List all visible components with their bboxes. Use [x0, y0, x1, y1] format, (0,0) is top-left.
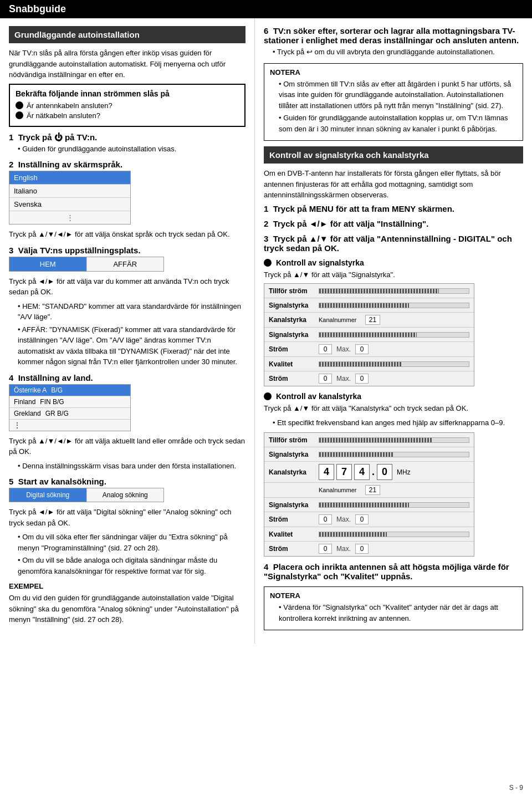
panel2-strom1: Ström 0 Max. 0: [264, 512, 474, 527]
step-4-after: Tryck på ▲/▼/◄/► för att välja aktuellt …: [9, 436, 245, 457]
signal-row-tillfor: Tillför ström: [264, 284, 474, 298]
note-text-2: Värdena för "Signalstyrka" och "Kvalitet…: [279, 602, 517, 624]
panel2-kanalnr: Kanalnummer 21: [264, 483, 474, 498]
signal-bar-2: [319, 332, 469, 338]
step-2: 2 Inställning av skärmspråk. English Ita…: [9, 160, 245, 240]
note-item-0: Om strömmen till TV:n slås av efter att …: [279, 79, 517, 111]
signal-row-kanalstyrka: Kanalstyrka Kanalnummer 21: [264, 313, 474, 328]
step-5-bullet-1: Om du vill se både analoga och digitala …: [18, 555, 245, 576]
signal-quality-text: Tryck på ▲/▼ för att välja "Kanalstyrka"…: [264, 403, 523, 414]
scan-item-digital[interactable]: Digital sökning: [9, 488, 87, 502]
page-number: S - 9: [509, 784, 523, 792]
page-title: Snabbguide: [0, 0, 532, 18]
location-menu: HEM AFFÄR: [9, 257, 164, 272]
panel2-signalstyrka: Signalstyrka: [264, 447, 474, 462]
signal-row-signalstyrka2: Signalstyrka: [264, 328, 474, 342]
note-box-2: NOTERA Värdena för "Signalstyrka" och "K…: [264, 586, 523, 630]
example-text: Om du vid den guiden för grundläggande a…: [9, 593, 245, 625]
left-column: Grundläggande autoinstallation När TV:n …: [0, 18, 255, 644]
country-item-dots: ⋮: [9, 420, 130, 431]
signal-quality-bullet-text: Ett specifikt frekvensband kan anges med…: [273, 417, 523, 428]
confirm-title: Bekräfta följande innan strömmen slås på: [16, 89, 239, 98]
note-item-1: Guiden för grundläggande autoinstallatio…: [279, 113, 517, 134]
step-4: 4 Inställning av land. Österrike A B/G F…: [9, 373, 245, 472]
step-3-after: Tryck på ◄/► för att välja var du kommer…: [9, 276, 245, 298]
step-6: 6 TV:n söker efter, sorterar och lagrar …: [264, 26, 523, 58]
panel2-signalstyrka2: Signalstyrka: [264, 498, 474, 512]
signal-bar: [319, 303, 469, 308]
signal-intro: Om en DVB-T-antenn har installerats för …: [264, 168, 523, 201]
signal-panel-2: Tillför ström Signalstyrka: [264, 432, 474, 557]
signal-section-header: Kontroll av signalstyrka och kanalstyrka: [264, 146, 523, 164]
signal-quality-section: Kontroll av kanalstyrka: [264, 392, 523, 401]
confirm-item-1: Är antennkabeln ansluten?: [16, 101, 239, 110]
mhz-display: 4 7 4 . 0 MHz: [319, 464, 411, 480]
signal-step-2: 2 Tryck på ◄/► för att välja "Inställnin…: [264, 219, 523, 228]
signal-quality-title: Kontroll av kanalstyrka: [276, 392, 361, 401]
example-box: EXEMPEL Om du vid den guiden för grundlä…: [9, 582, 245, 625]
scan-item-analog[interactable]: Analog sökning: [87, 488, 164, 502]
scan-menu: Digital sökning Analog sökning: [9, 488, 164, 502]
step-2-after: Tryck på ▲/▼/◄/► för att välja önskat sp…: [9, 229, 245, 240]
circle-bullet-2: [16, 111, 23, 119]
step-5-after: Tryck på ◄/► för att välja "Digital sökn…: [9, 507, 245, 528]
right-column: 6 TV:n söker efter, sorterar och lagrar …: [255, 18, 532, 644]
signal-row-strom1: Ström 0 Max. 0: [264, 342, 474, 357]
signal-panel-1: Tillför ström Signalstyrka: [264, 283, 474, 386]
main-section-header: Grundläggande autoinstallation: [9, 26, 245, 43]
signal-strength-bullet: [264, 259, 272, 267]
step-3-bullet-0: HEM: "STANDARD" kommer att vara standard…: [18, 301, 245, 323]
country-item-greece[interactable]: Grekland GR B/G: [9, 408, 130, 420]
language-item-dots: ⋮: [9, 211, 130, 224]
tillfor-bar: [319, 288, 469, 294]
signal-step-3: 3 Tryck på ▲/▼ för att välja "Antenninst…: [264, 234, 523, 253]
country-item-finland[interactable]: Finland FIN B/G: [9, 396, 130, 408]
panel2-strom2: Ström 0 Max. 0: [264, 542, 474, 556]
confirm-box: Bekräfta följande innan strömmen slås på…: [9, 84, 245, 127]
language-item-svenska[interactable]: Svenska: [9, 198, 130, 211]
step-4-bullet: Denna inställningsskärm visas bara under…: [18, 461, 245, 472]
step-5-bullet-0: Om du vill söka efter fler sändningar vä…: [18, 532, 245, 553]
language-item-english[interactable]: English: [9, 171, 130, 185]
confirm-item-2: Är nätkabeln ansluten?: [16, 111, 239, 120]
example-title: EXEMPEL: [9, 582, 245, 590]
location-item-affar[interactable]: AFFÄR: [87, 257, 164, 271]
final-step-4: 4 Placera och inrikta antennen så att hö…: [264, 562, 523, 581]
panel2-kanalstyrka: Kanalstyrka 4 7 4 . 0 MHz: [264, 462, 474, 483]
location-item-hem[interactable]: HEM: [9, 257, 87, 271]
signal-row-strom2: Ström 0 Max. 0: [264, 371, 474, 386]
signal-step-1: 1 Tryck på MENU för att ta fram MENY skä…: [264, 204, 523, 213]
step-6-bullet: Tryck på ↩ om du vill avbryta den grundl…: [273, 47, 523, 58]
signal-strength-section: Kontroll av signalstyrka: [264, 258, 523, 267]
step-1-bullet: Guiden för grundläggande autoinstallatio…: [18, 144, 245, 155]
signal-row-signalstyrka: Signalstyrka: [264, 298, 474, 313]
language-menu: English Italiano Svenska ⋮: [9, 171, 131, 224]
country-item-austria[interactable]: Österrike A B/G: [9, 385, 130, 396]
panel2-kvalitet: Kvalitet: [264, 527, 474, 542]
quality-bar: [319, 361, 469, 367]
step-3: 3 Välja TV:ns uppställningsplats. HEM AF…: [9, 246, 245, 368]
signal-strength-text: Tryck på ▲/▼ för att välja "Signalstyrka…: [264, 269, 523, 280]
language-item-italiano[interactable]: Italiano: [9, 185, 130, 198]
step-3-bullet-1: AFFÄR: "DYNAMISK (Fixerad)" kommer att v…: [18, 324, 245, 368]
note-box-1: NOTERA Om strömmen till TV:n slås av eft…: [264, 63, 523, 141]
step-1: 1 Tryck på ⏻ på TV:n. Guiden för grundlä…: [9, 132, 245, 155]
signal-strength-title: Kontroll av signalstyrka: [276, 258, 364, 267]
note-title-1: NOTERA: [270, 68, 517, 76]
signal-quality-bullet: [264, 392, 272, 400]
signal-row-kvalitet: Kvalitet: [264, 357, 474, 371]
note-title-2: NOTERA: [270, 591, 517, 600]
step-5: 5 Start av kanalsökning. Digital sökning…: [9, 477, 245, 576]
panel2-tillfor: Tillför ström: [264, 433, 474, 447]
country-menu: Österrike A B/G Finland FIN B/G Grekland…: [9, 384, 131, 431]
intro-text: När TV:n slås på allra första gången eft…: [9, 48, 245, 80]
circle-bullet-1: [16, 101, 23, 109]
